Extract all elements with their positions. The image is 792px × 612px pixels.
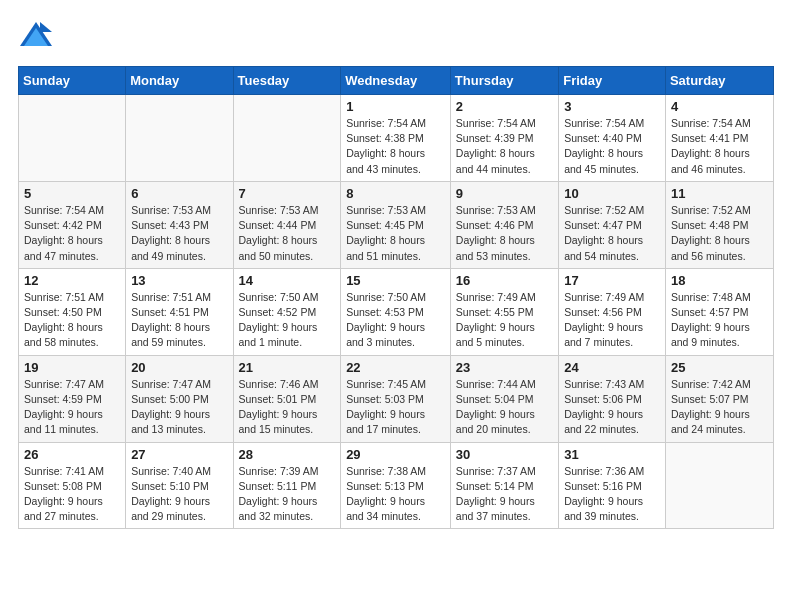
calendar-cell: 23Sunrise: 7:44 AM Sunset: 5:04 PM Dayli… [450, 355, 558, 442]
day-info: Sunrise: 7:52 AM Sunset: 4:47 PM Dayligh… [564, 203, 660, 264]
calendar-cell: 5Sunrise: 7:54 AM Sunset: 4:42 PM Daylig… [19, 181, 126, 268]
day-number: 25 [671, 360, 768, 375]
calendar-cell: 30Sunrise: 7:37 AM Sunset: 5:14 PM Dayli… [450, 442, 558, 529]
day-number: 1 [346, 99, 445, 114]
weekday-header-row: SundayMondayTuesdayWednesdayThursdayFrid… [19, 67, 774, 95]
calendar-cell: 15Sunrise: 7:50 AM Sunset: 4:53 PM Dayli… [341, 268, 451, 355]
day-info: Sunrise: 7:44 AM Sunset: 5:04 PM Dayligh… [456, 377, 553, 438]
day-number: 7 [239, 186, 336, 201]
day-number: 29 [346, 447, 445, 462]
day-number: 11 [671, 186, 768, 201]
day-number: 30 [456, 447, 553, 462]
week-row-2: 5Sunrise: 7:54 AM Sunset: 4:42 PM Daylig… [19, 181, 774, 268]
day-info: Sunrise: 7:54 AM Sunset: 4:38 PM Dayligh… [346, 116, 445, 177]
calendar-cell [233, 95, 341, 182]
day-number: 23 [456, 360, 553, 375]
day-number: 19 [24, 360, 120, 375]
day-info: Sunrise: 7:42 AM Sunset: 5:07 PM Dayligh… [671, 377, 768, 438]
day-info: Sunrise: 7:54 AM Sunset: 4:41 PM Dayligh… [671, 116, 768, 177]
day-number: 16 [456, 273, 553, 288]
day-info: Sunrise: 7:50 AM Sunset: 4:53 PM Dayligh… [346, 290, 445, 351]
day-info: Sunrise: 7:49 AM Sunset: 4:55 PM Dayligh… [456, 290, 553, 351]
weekday-header-wednesday: Wednesday [341, 67, 451, 95]
calendar-cell: 3Sunrise: 7:54 AM Sunset: 4:40 PM Daylig… [559, 95, 666, 182]
day-number: 9 [456, 186, 553, 201]
calendar-cell: 19Sunrise: 7:47 AM Sunset: 4:59 PM Dayli… [19, 355, 126, 442]
day-number: 8 [346, 186, 445, 201]
day-number: 21 [239, 360, 336, 375]
calendar-cell: 24Sunrise: 7:43 AM Sunset: 5:06 PM Dayli… [559, 355, 666, 442]
weekday-header-thursday: Thursday [450, 67, 558, 95]
day-number: 2 [456, 99, 553, 114]
weekday-header-saturday: Saturday [665, 67, 773, 95]
day-info: Sunrise: 7:51 AM Sunset: 4:51 PM Dayligh… [131, 290, 227, 351]
logo [18, 18, 58, 54]
calendar: SundayMondayTuesdayWednesdayThursdayFrid… [18, 66, 774, 529]
weekday-header-friday: Friday [559, 67, 666, 95]
calendar-cell: 2Sunrise: 7:54 AM Sunset: 4:39 PM Daylig… [450, 95, 558, 182]
logo-icon [18, 18, 54, 54]
day-number: 22 [346, 360, 445, 375]
calendar-cell: 12Sunrise: 7:51 AM Sunset: 4:50 PM Dayli… [19, 268, 126, 355]
calendar-cell: 17Sunrise: 7:49 AM Sunset: 4:56 PM Dayli… [559, 268, 666, 355]
calendar-cell: 22Sunrise: 7:45 AM Sunset: 5:03 PM Dayli… [341, 355, 451, 442]
day-info: Sunrise: 7:54 AM Sunset: 4:42 PM Dayligh… [24, 203, 120, 264]
calendar-cell: 9Sunrise: 7:53 AM Sunset: 4:46 PM Daylig… [450, 181, 558, 268]
day-info: Sunrise: 7:39 AM Sunset: 5:11 PM Dayligh… [239, 464, 336, 525]
calendar-cell: 10Sunrise: 7:52 AM Sunset: 4:47 PM Dayli… [559, 181, 666, 268]
week-row-5: 26Sunrise: 7:41 AM Sunset: 5:08 PM Dayli… [19, 442, 774, 529]
day-info: Sunrise: 7:54 AM Sunset: 4:40 PM Dayligh… [564, 116, 660, 177]
day-info: Sunrise: 7:36 AM Sunset: 5:16 PM Dayligh… [564, 464, 660, 525]
day-info: Sunrise: 7:51 AM Sunset: 4:50 PM Dayligh… [24, 290, 120, 351]
day-info: Sunrise: 7:53 AM Sunset: 4:46 PM Dayligh… [456, 203, 553, 264]
day-number: 26 [24, 447, 120, 462]
week-row-1: 1Sunrise: 7:54 AM Sunset: 4:38 PM Daylig… [19, 95, 774, 182]
day-info: Sunrise: 7:48 AM Sunset: 4:57 PM Dayligh… [671, 290, 768, 351]
calendar-cell [19, 95, 126, 182]
day-number: 27 [131, 447, 227, 462]
day-info: Sunrise: 7:53 AM Sunset: 4:45 PM Dayligh… [346, 203, 445, 264]
day-info: Sunrise: 7:47 AM Sunset: 4:59 PM Dayligh… [24, 377, 120, 438]
day-info: Sunrise: 7:50 AM Sunset: 4:52 PM Dayligh… [239, 290, 336, 351]
day-info: Sunrise: 7:53 AM Sunset: 4:44 PM Dayligh… [239, 203, 336, 264]
day-info: Sunrise: 7:52 AM Sunset: 4:48 PM Dayligh… [671, 203, 768, 264]
calendar-cell: 14Sunrise: 7:50 AM Sunset: 4:52 PM Dayli… [233, 268, 341, 355]
page: SundayMondayTuesdayWednesdayThursdayFrid… [0, 0, 792, 539]
calendar-cell [126, 95, 233, 182]
calendar-cell: 16Sunrise: 7:49 AM Sunset: 4:55 PM Dayli… [450, 268, 558, 355]
day-number: 20 [131, 360, 227, 375]
day-number: 17 [564, 273, 660, 288]
calendar-cell: 11Sunrise: 7:52 AM Sunset: 4:48 PM Dayli… [665, 181, 773, 268]
calendar-cell: 28Sunrise: 7:39 AM Sunset: 5:11 PM Dayli… [233, 442, 341, 529]
day-number: 24 [564, 360, 660, 375]
calendar-cell: 18Sunrise: 7:48 AM Sunset: 4:57 PM Dayli… [665, 268, 773, 355]
day-info: Sunrise: 7:46 AM Sunset: 5:01 PM Dayligh… [239, 377, 336, 438]
calendar-cell: 27Sunrise: 7:40 AM Sunset: 5:10 PM Dayli… [126, 442, 233, 529]
day-info: Sunrise: 7:41 AM Sunset: 5:08 PM Dayligh… [24, 464, 120, 525]
weekday-header-tuesday: Tuesday [233, 67, 341, 95]
calendar-cell: 25Sunrise: 7:42 AM Sunset: 5:07 PM Dayli… [665, 355, 773, 442]
day-number: 13 [131, 273, 227, 288]
weekday-header-monday: Monday [126, 67, 233, 95]
calendar-cell: 31Sunrise: 7:36 AM Sunset: 5:16 PM Dayli… [559, 442, 666, 529]
day-info: Sunrise: 7:38 AM Sunset: 5:13 PM Dayligh… [346, 464, 445, 525]
week-row-3: 12Sunrise: 7:51 AM Sunset: 4:50 PM Dayli… [19, 268, 774, 355]
day-info: Sunrise: 7:49 AM Sunset: 4:56 PM Dayligh… [564, 290, 660, 351]
calendar-cell: 26Sunrise: 7:41 AM Sunset: 5:08 PM Dayli… [19, 442, 126, 529]
day-number: 28 [239, 447, 336, 462]
day-number: 14 [239, 273, 336, 288]
calendar-cell: 6Sunrise: 7:53 AM Sunset: 4:43 PM Daylig… [126, 181, 233, 268]
calendar-cell: 21Sunrise: 7:46 AM Sunset: 5:01 PM Dayli… [233, 355, 341, 442]
day-number: 3 [564, 99, 660, 114]
calendar-cell: 4Sunrise: 7:54 AM Sunset: 4:41 PM Daylig… [665, 95, 773, 182]
day-info: Sunrise: 7:53 AM Sunset: 4:43 PM Dayligh… [131, 203, 227, 264]
calendar-cell: 20Sunrise: 7:47 AM Sunset: 5:00 PM Dayli… [126, 355, 233, 442]
day-info: Sunrise: 7:40 AM Sunset: 5:10 PM Dayligh… [131, 464, 227, 525]
day-number: 4 [671, 99, 768, 114]
day-info: Sunrise: 7:47 AM Sunset: 5:00 PM Dayligh… [131, 377, 227, 438]
header [18, 18, 774, 54]
day-number: 6 [131, 186, 227, 201]
day-info: Sunrise: 7:45 AM Sunset: 5:03 PM Dayligh… [346, 377, 445, 438]
day-info: Sunrise: 7:43 AM Sunset: 5:06 PM Dayligh… [564, 377, 660, 438]
day-number: 10 [564, 186, 660, 201]
